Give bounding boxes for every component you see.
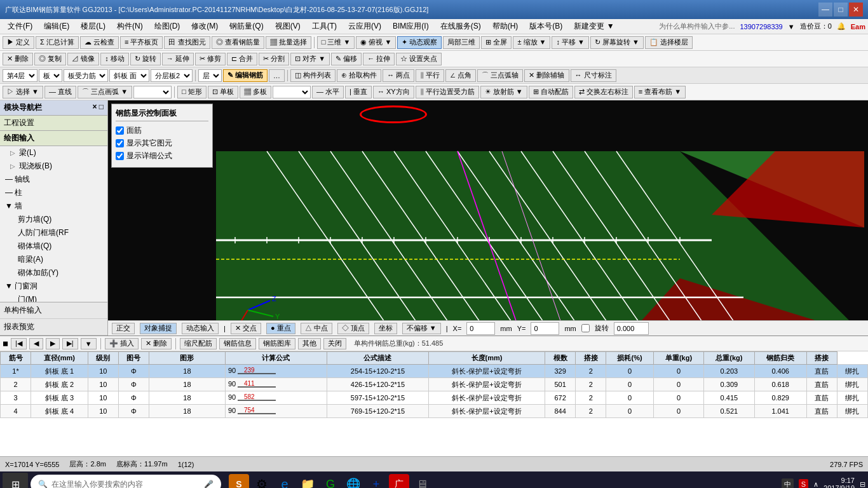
- taskbar-icon-edge[interactable]: e: [275, 474, 295, 488]
- cell-diameter[interactable]: 10: [88, 378, 118, 391]
- menu-modify[interactable]: 修改(M): [186, 20, 223, 33]
- taskbar-icon-app8[interactable]: 广: [389, 474, 409, 488]
- menu-draw[interactable]: 绘图(D): [149, 20, 186, 33]
- find-elem-button[interactable]: 田 查找图元: [164, 36, 210, 49]
- vertical-button[interactable]: | 垂直: [345, 86, 372, 98]
- taskbar-icon-app6[interactable]: 🌐: [343, 474, 363, 488]
- floor-align-button[interactable]: ≡ 平齐板页: [120, 36, 163, 49]
- cell-diameter[interactable]: 10: [88, 365, 118, 378]
- define-button[interactable]: ▶ 定义: [3, 36, 34, 49]
- view-layout-button[interactable]: ≡ 查看布筋 ▼: [634, 86, 686, 98]
- sidebar-item-shear-wall[interactable]: 剪力墙(Q): [0, 213, 107, 226]
- intersection-button[interactable]: ✕ 交点: [231, 323, 261, 334]
- sidebar-item-masonry-wall[interactable]: 砌体墙(Q): [0, 240, 107, 253]
- minimize-button[interactable]: —: [818, 3, 832, 17]
- move-button[interactable]: ↕ 移动: [100, 53, 129, 65]
- close-button[interactable]: ✕: [849, 3, 863, 17]
- menu-version[interactable]: 版本号(B): [524, 20, 567, 33]
- viewport[interactable]: Z Y X 钢筋显示控制面板 面筋: [108, 100, 868, 320]
- menu-floor[interactable]: 楼层(L): [76, 20, 111, 33]
- taskbar-search[interactable]: 🔍 在这里输入你要搜索的内容 🎤: [31, 475, 221, 488]
- cell-diameter[interactable]: 10: [88, 405, 118, 418]
- menu-component[interactable]: 构件(N): [112, 20, 148, 33]
- y-input[interactable]: [531, 322, 559, 335]
- swap-annot-button[interactable]: ⇄ 交换左右标注: [574, 86, 633, 98]
- sidebar-item-slab[interactable]: ▷现浇板(B): [0, 159, 107, 173]
- menu-bim[interactable]: BIM应用(I): [388, 20, 434, 33]
- face-rebar-option[interactable]: 面筋: [116, 125, 208, 136]
- taskbar-clock[interactable]: 9:17 2017/9/19: [824, 477, 855, 488]
- snap-button[interactable]: 对象捕捉: [140, 323, 177, 334]
- coord-button[interactable]: 坐标: [374, 323, 397, 334]
- cloud-check-button[interactable]: ☁ 云检查: [80, 36, 119, 49]
- topview-button[interactable]: ◉ 俯视 ▼: [356, 36, 396, 49]
- taskbar-up-arrow[interactable]: ∧: [813, 480, 818, 489]
- parallel-edge-button[interactable]: ∥ 平行边置受力筋: [416, 86, 479, 98]
- extend-button[interactable]: → 延伸: [162, 53, 194, 65]
- align-button[interactable]: ⊡ 对齐 ▼: [290, 53, 330, 65]
- delete-row-button[interactable]: ✕ 删除: [141, 338, 172, 349]
- screen-rotate-button[interactable]: ↻ 屏幕旋转 ▼: [590, 36, 644, 49]
- single-slab-button[interactable]: ⊡ 单板: [208, 86, 238, 98]
- fullscreen-button[interactable]: ⊞ 全屏: [481, 36, 512, 49]
- more-button[interactable]: …: [269, 69, 285, 82]
- taskbar-notification[interactable]: ⊟: [860, 480, 865, 489]
- rebar-lib-button[interactable]: 钢筋图库: [259, 338, 295, 349]
- taskbar-icon-app2[interactable]: ⚙: [252, 474, 272, 488]
- sidebar-item-civil-defense[interactable]: 人防门框墙(RF: [0, 226, 107, 240]
- cell-diameter[interactable]: 10: [88, 391, 118, 405]
- rebar-info-button[interactable]: 钢筋信息: [219, 338, 256, 349]
- sidebar-item-draw[interactable]: 绘图输入: [0, 131, 107, 146]
- no-offset-button[interactable]: 不偏移 ▼: [402, 323, 441, 334]
- sidebar-item-axis[interactable]: — 轴线: [0, 173, 107, 186]
- sidebar-item-concealed-beam[interactable]: 暗梁(A): [0, 253, 107, 266]
- dim-button[interactable]: ↔ 尺寸标注: [571, 69, 616, 82]
- auto-config-button[interactable]: ⊞ 自动配筋: [529, 86, 573, 98]
- mirror-button[interactable]: ⊿ 镜像: [67, 53, 99, 65]
- dynamic-obs-button[interactable]: ✦ 动态观察: [397, 36, 442, 49]
- del-aux-button[interactable]: ✕ 删除辅轴: [524, 69, 569, 82]
- parallel-button[interactable]: ∥ 平行: [416, 69, 444, 82]
- face-rebar-checkbox[interactable]: [116, 126, 124, 135]
- radial-button[interactable]: ☀ 放射筋 ▼: [480, 86, 527, 98]
- arc-button[interactable]: ⌒ 三点画弧 ▼: [78, 86, 132, 98]
- sidebar-item-masonry-rebar[interactable]: 砌体加筋(Y): [0, 266, 107, 280]
- sidebar-item-beam[interactable]: ▷梁(L): [0, 146, 107, 159]
- taskbar-ime[interactable]: S: [799, 479, 808, 488]
- scale-config-button[interactable]: 缩尺配筋: [180, 338, 217, 349]
- edit-rebar-button[interactable]: ✎ 编辑钢筋: [223, 69, 268, 82]
- nav-first-button[interactable]: |◀: [11, 338, 27, 349]
- rotate-input[interactable]: [614, 322, 649, 335]
- split-button[interactable]: ✂ 分割: [259, 53, 289, 65]
- pick-component-button[interactable]: ⊕ 拾取构件: [337, 69, 381, 82]
- layer2-select[interactable]: 分层板2: [151, 69, 193, 82]
- three-arc-button[interactable]: ⌒ 三点弧轴: [477, 69, 523, 82]
- menu-file[interactable]: 文件(F): [3, 20, 37, 33]
- rotate-checkbox[interactable]: [581, 324, 590, 332]
- menu-new-change[interactable]: 新建变更 ▼: [569, 20, 619, 33]
- layer-select[interactable]: 层: [198, 69, 222, 82]
- show-others-option[interactable]: 显示其它图元: [116, 138, 208, 149]
- report-preview[interactable]: 报表预览: [0, 319, 107, 336]
- menu-cloud[interactable]: 云应用(V): [343, 20, 386, 33]
- menu-online[interactable]: 在线服务(S): [435, 20, 486, 33]
- select-floor-button[interactable]: 📋 选择楼层: [645, 36, 693, 49]
- table-row[interactable]: 3斜板 底 310Φ1890 582597-15+120-2*15斜长-保护层+…: [1, 391, 868, 405]
- calc-button[interactable]: Σ 汇总计算: [36, 36, 79, 49]
- menu-view[interactable]: 视图(V): [270, 20, 306, 33]
- table-row[interactable]: 4斜板 底 410Φ1890 754769-15+120-2*15斜长-保护层+…: [1, 405, 868, 418]
- rect-button[interactable]: □ 矩形: [177, 86, 207, 98]
- orthogonal-button[interactable]: 正交: [112, 323, 135, 334]
- view-rebar-button[interactable]: ◎ 查看钢筋量: [212, 36, 264, 49]
- menu-edit[interactable]: 编辑(E): [39, 20, 74, 33]
- taskbar-icon-folder[interactable]: 📁: [297, 474, 318, 488]
- menu-help[interactable]: 帮助(H): [487, 20, 524, 33]
- close-table-button[interactable]: 关闭: [323, 338, 346, 349]
- pan-button[interactable]: ↕ 平移 ▼: [552, 36, 589, 49]
- multi-slab-button[interactable]: ▦ 多板: [240, 86, 271, 98]
- copy-button[interactable]: ◎ 复制: [34, 53, 66, 65]
- table-row[interactable]: 2斜板 底 210Φ1890 411426-15+120-2*15斜长-保护层+…: [1, 378, 868, 391]
- dynamic-input-button[interactable]: 动态输入: [182, 323, 219, 334]
- multi-combo[interactable]: [273, 86, 311, 98]
- component-list-button[interactable]: ◫ 构件列表: [290, 69, 336, 82]
